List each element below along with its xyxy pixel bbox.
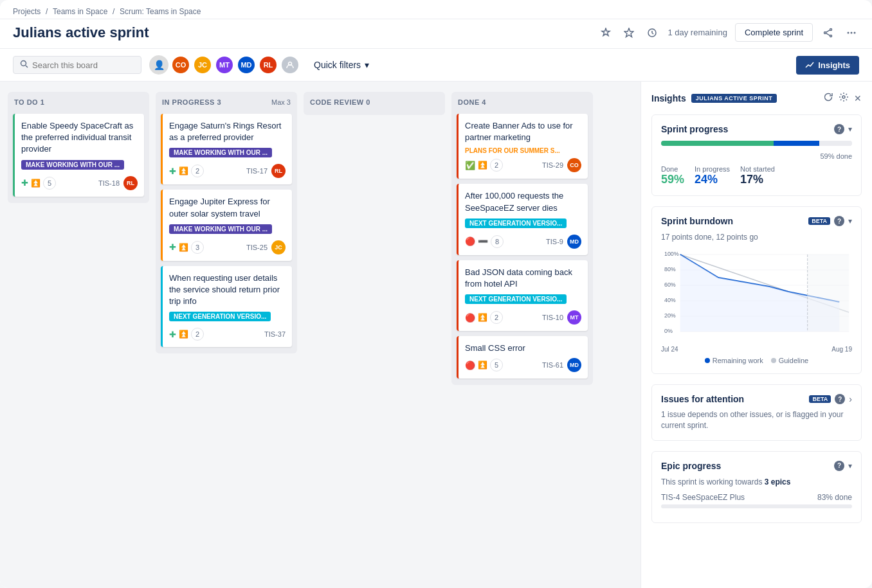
assignee-avatar: RL: [271, 164, 286, 178]
issues-attention-title: Issues for attention: [661, 394, 744, 404]
assignee-avatar: MT: [567, 310, 581, 325]
card-TIS-37[interactable]: When requesting user details the service…: [161, 266, 292, 348]
card-TIS-61[interactable]: Small CSS error 🔴 ⏫ 5 TIS-61 MD: [457, 336, 588, 379]
priority-icon: ⏫: [31, 179, 41, 188]
avatar-co[interactable]: CO: [171, 55, 190, 75]
refresh-icon-button[interactable]: [823, 92, 833, 104]
search-input[interactable]: [32, 60, 122, 70]
chevron-down-icon[interactable]: ▾: [848, 461, 852, 470]
search-box[interactable]: [13, 56, 141, 74]
sprint-progress-title: Sprint progress: [661, 124, 728, 134]
progress-bar: [661, 141, 852, 146]
close-insights-button[interactable]: ✕: [854, 93, 862, 103]
insights-button[interactable]: Insights: [796, 56, 859, 75]
add-icon: ✚: [169, 242, 176, 252]
epic-row-TIS-4: TIS-4 SeeSpaceEZ Plus 83% done: [661, 493, 852, 508]
svg-text:80%: 80%: [664, 266, 676, 272]
card-text: After 100,000 requests the SeeSpaceEZ se…: [465, 190, 581, 213]
more-icon-button[interactable]: [844, 25, 859, 40]
assignee-avatar: RL: [123, 176, 138, 190]
avatar-unassigned[interactable]: [280, 55, 300, 75]
card-text: When requesting user details the service…: [169, 272, 286, 308]
avatar-photo[interactable]: 👤: [149, 55, 168, 75]
ticket-id: TIS-18: [98, 179, 120, 187]
card-tag: MAKE WORKING WITH OUR ...: [169, 148, 272, 157]
chevron-right-icon[interactable]: ›: [849, 394, 852, 404]
star-icon-button[interactable]: [621, 25, 637, 40]
breadcrumb-scrum[interactable]: Scrum: Teams in Space: [120, 7, 201, 16]
timer-text: 1 day remaining: [668, 28, 727, 37]
card-TIS-25[interactable]: Engage Jupiter Express for outer solar s…: [161, 190, 292, 260]
help-icon[interactable]: ?: [834, 124, 844, 134]
card-TIS-29[interactable]: Create Banner Ads to use for partner mar…: [457, 114, 588, 179]
chart-legend: Remaining work Guideline: [661, 357, 852, 364]
progress-notstarted-bar: [819, 141, 851, 146]
avatar-mt[interactable]: MT: [215, 55, 234, 75]
ticket-id: TIS-61: [542, 361, 563, 369]
share-icon-button[interactable]: [821, 25, 836, 40]
issues-attention-section: Issues for attention BETA ? › 1 issue de…: [651, 384, 862, 441]
priority-icon: ⏫: [179, 166, 188, 175]
sprint-burndown-title: Sprint burndown: [661, 216, 733, 226]
clock-icon-button[interactable]: [644, 25, 660, 40]
breadcrumb-teams[interactable]: Teams in Space: [53, 7, 107, 16]
card-TIS-10[interactable]: Bad JSON data coming back from hotel API…: [457, 260, 588, 331]
progress-inprogress-bar: [774, 141, 819, 146]
column-todo-title: TO DO 1: [14, 98, 44, 106]
issues-attention-text: 1 issue depends on other issues, or is f…: [661, 409, 852, 431]
progress-done-bar: [661, 141, 774, 146]
svg-rect-27: [808, 254, 849, 332]
insights-chart-icon: [805, 60, 814, 69]
avatar-md[interactable]: MD: [237, 55, 256, 75]
card-tag: MAKE WORKING WITH OUR ...: [21, 160, 124, 170]
card-TIS-9[interactable]: After 100,000 requests the SeeSpaceEZ se…: [457, 184, 588, 254]
chart-dates: Jul 24 Aug 19: [661, 346, 852, 353]
priority-icon: ⏫: [179, 330, 188, 339]
avatar-jc[interactable]: JC: [193, 55, 212, 75]
assignee-avatar: MD: [567, 358, 581, 372]
quick-filters-button[interactable]: Quick filters ▾: [307, 57, 376, 73]
story-points: 8: [491, 235, 504, 248]
breadcrumb-projects[interactable]: Projects: [13, 7, 41, 16]
svg-point-4: [830, 35, 832, 37]
help-icon[interactable]: ?: [834, 216, 844, 226]
insights-sprint-label: JULIANS ACTIVE SPRINT: [691, 94, 777, 103]
help-icon[interactable]: ?: [835, 394, 845, 404]
column-inprogress-title: IN PROGRESS 3: [162, 98, 221, 106]
svg-point-9: [854, 31, 856, 33]
assignee-avatar: JC: [271, 240, 286, 254]
card-tag: MAKE WORKING WITH OUR ...: [169, 224, 272, 234]
assignee-avatar: MD: [567, 235, 581, 249]
chevron-down-icon[interactable]: ▾: [848, 125, 852, 134]
svg-point-2: [830, 28, 832, 30]
card-icons: 🔴 ⏫ 2: [465, 311, 503, 324]
priority-icon: ⏫: [478, 313, 487, 322]
column-codereview: CODE REVIEW 0: [304, 92, 445, 115]
page-title: Julians active sprint: [13, 24, 149, 41]
svg-line-5: [826, 33, 830, 35]
ticket-id: TIS-10: [542, 314, 563, 321]
ticket-id: TIS-17: [246, 167, 268, 175]
story-points: 2: [191, 328, 204, 341]
settings-icon-button[interactable]: [839, 92, 849, 104]
avatar-rl[interactable]: RL: [259, 55, 278, 75]
card-text: Create Banner Ads to use for partner mar…: [465, 120, 581, 143]
help-icon[interactable]: ?: [834, 461, 844, 471]
epic-progress-title: Epic progress: [661, 461, 721, 471]
card-TIS-18[interactable]: Enable Speedy SpaceCraft as the preferre…: [13, 114, 144, 197]
card-text: Enable Speedy SpaceCraft as the preferre…: [21, 120, 138, 156]
complete-sprint-button[interactable]: Complete sprint: [735, 23, 813, 42]
block-icon: 🔴: [465, 236, 475, 246]
done-icon: ✅: [465, 161, 475, 170]
chevron-down-icon[interactable]: ▾: [848, 217, 852, 226]
card-tag: NEXT GENERATION VERSIO...: [465, 294, 567, 304]
card-TIS-17[interactable]: Engage Saturn's Rings Resort as a prefer…: [161, 114, 292, 184]
epic-subtitle: This sprint is working towards 3 epics: [661, 477, 852, 486]
add-icon: ✚: [21, 178, 28, 188]
avatars-group: 👤 CO JC MT MD RL: [149, 55, 300, 75]
breadcrumb-sep2: /: [113, 7, 114, 16]
pin-icon-button[interactable]: [598, 25, 613, 40]
beta-badge: BETA: [808, 217, 830, 225]
card-icons: ✅ ⏫ 2: [465, 159, 503, 172]
block-icon: 🔴: [465, 361, 475, 370]
